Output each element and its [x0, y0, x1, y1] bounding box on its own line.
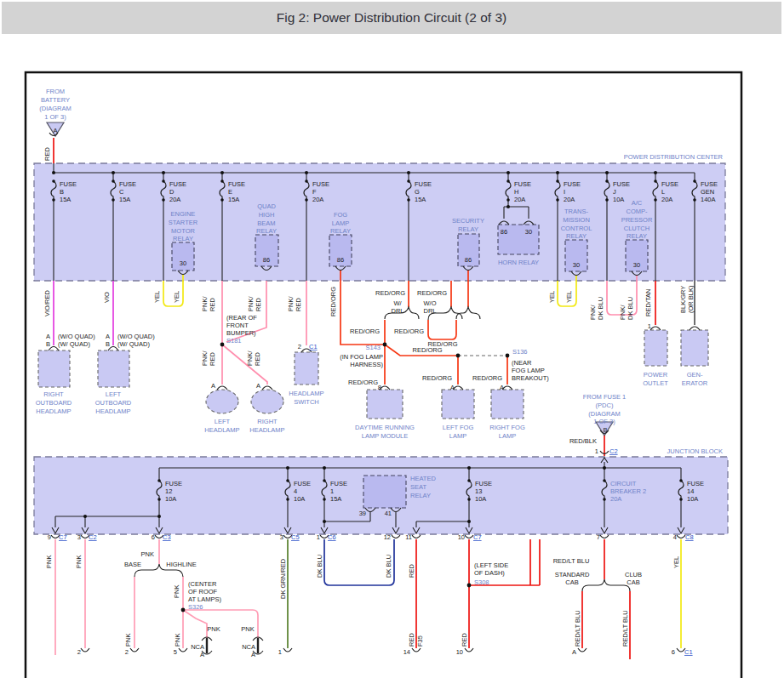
wire-label: STANDARD [555, 571, 590, 578]
wire-label: A [500, 384, 504, 391]
wire-label: CAB [627, 578, 639, 586]
component-label: ENGINE [171, 210, 196, 218]
wire-label: RED/LT BLU [621, 610, 629, 647]
connector-link[interactable]: C2 [609, 447, 618, 455]
fuse-label: L [661, 188, 665, 196]
wire-label: 6 [672, 648, 675, 656]
fuse-label: 20A [312, 196, 323, 203]
component-label: FROM FUSE 1 [583, 393, 626, 401]
wire-label: 1 [278, 648, 282, 656]
component-label: RELAY [330, 227, 351, 235]
power-outlet-box [644, 330, 667, 366]
fuse-terminal [220, 198, 224, 202]
wire-label: AT LAMPS) [188, 595, 221, 603]
right-headlamp-oval [251, 390, 283, 413]
connector-link[interactable]: C2 [89, 533, 97, 541]
component-label: SEAT [410, 483, 426, 491]
wire-label: 11 [405, 533, 412, 541]
wire-label: NCA [191, 643, 204, 651]
connector-link[interactable]: C7 [59, 533, 67, 541]
fuse-terminal [407, 179, 410, 183]
component-label: TRANS- [564, 208, 588, 215]
left-headlamp-oval [206, 390, 238, 413]
wire-label: DK GRN/RED [279, 558, 287, 599]
fuse-label: 15A [415, 196, 426, 203]
fuse-label: 15A [60, 196, 71, 203]
wire-label: PNK/ [247, 296, 255, 311]
connector-link[interactable]: C1 [684, 648, 693, 656]
fuse-label: G [415, 188, 420, 196]
component-label: JUNCTION BLOCK [667, 447, 723, 455]
connector-link[interactable]: C6 [328, 533, 336, 541]
wire-label: BASE [124, 561, 141, 568]
fuse-terminal [467, 479, 471, 482]
wire-label: A [211, 382, 215, 390]
wire-label: RED/ORG [375, 289, 405, 297]
wire-label: RED [295, 298, 302, 311]
component-label: RELAY [627, 232, 647, 240]
wire-label: A [450, 384, 455, 391]
component-label: RELAY [173, 235, 193, 242]
wire-label: 86 [501, 228, 507, 236]
component-label: HEADLAMP [204, 426, 239, 434]
wire-label: A [251, 651, 255, 658]
fuse-terminal [556, 198, 559, 202]
component-label: FOG [334, 211, 347, 219]
right-outboard-headlamp-box [38, 350, 70, 387]
wire-label: RED/TAN [644, 289, 652, 316]
fuse-label: FUSE [169, 180, 186, 188]
component-label: STARTER [169, 219, 198, 226]
wire-label: 30 [525, 228, 532, 236]
fuse-label: D [169, 188, 175, 196]
connector-link[interactable]: C5 [291, 533, 300, 541]
component-label: RIGHT [43, 390, 64, 398]
wire-label: YEL [672, 556, 680, 568]
component-label: 1 OF 3) [593, 418, 615, 425]
fuse-label: 20A [610, 495, 621, 503]
fuse-label: 20A [514, 196, 525, 203]
wire-label: PNK [75, 556, 83, 568]
wire-label: 39 [359, 510, 366, 517]
component-label: S308 [474, 578, 489, 586]
component-label: POWER DISTRIBUTION CENTER [624, 153, 724, 161]
fuse-terminal [323, 498, 326, 501]
fuse-label: 10A [475, 495, 486, 503]
component-label: LEFT [215, 418, 231, 425]
wire-label: RED/LT BLU [553, 557, 590, 565]
wire-label: 3 [77, 533, 81, 541]
fuse-label: FUSE [514, 180, 531, 188]
fuse-label: FUSE [119, 180, 136, 188]
fuse-terminal [603, 479, 606, 482]
fuse-label: B [60, 188, 64, 196]
fuse-label: J [613, 188, 616, 196]
fuse-label: H [514, 188, 518, 196]
fuse-label: FUSE [165, 480, 182, 487]
wire-label: PNK [173, 585, 180, 598]
connector-link[interactable]: C8 [685, 533, 694, 541]
connector-link[interactable]: C1 [309, 343, 318, 350]
wire-label: 86 [337, 256, 344, 264]
fuse-label: F [312, 188, 317, 196]
wire-label: BUMPER) [226, 329, 256, 337]
fuse-terminal [220, 179, 224, 183]
wire-label: 10 [458, 533, 465, 541]
wire-label: W/ [393, 299, 402, 307]
wire-label: RED/ORG [348, 379, 378, 386]
fuse-label: 15A [228, 196, 239, 203]
connector-link[interactable]: C7 [473, 533, 482, 541]
wire-label: NCA [242, 643, 255, 651]
wire-label: RED [209, 352, 216, 366]
right-fog-lamp-box [491, 390, 524, 419]
fuse-terminal [407, 198, 410, 202]
component-label: SECURITY [452, 217, 484, 225]
connector-link[interactable]: C3 [163, 533, 171, 541]
component-label: CLUTCH [624, 225, 650, 232]
wire-label: 8 [378, 384, 381, 391]
wire-label: DK BLU [627, 297, 634, 320]
wire-label: HARNESS) [350, 361, 383, 368]
wire-label: OF DASH) [474, 569, 505, 577]
wire-label: BLK/GRY [679, 286, 687, 313]
wire-label: VIO/RED [43, 290, 51, 316]
splice-s326 [181, 608, 186, 612]
component-label: (PDC) [596, 402, 614, 409]
